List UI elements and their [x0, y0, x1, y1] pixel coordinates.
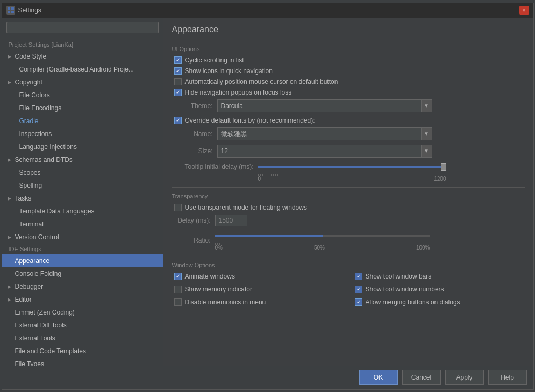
tick [224, 243, 224, 245]
checkbox-show-tool-bars[interactable]: ✓ [355, 273, 362, 280]
checkbox-cyclic-scroll[interactable]: ✓ [174, 56, 182, 64]
main-content: Project Settings [LianKa] ▶ Code Style C… [2, 18, 533, 366]
sidebar-item-version-control[interactable]: ▶ Version Control [2, 231, 163, 244]
checkbox-tool-numbers[interactable]: ✓ [355, 286, 362, 293]
font-name-select-wrapper: 微软雅黑 ▼ [217, 127, 432, 140]
tick [267, 174, 267, 176]
option-auto-position: Automatically position mouse cursor on d… [172, 78, 525, 85]
sidebar-item-console-folding[interactable]: Console Folding [2, 267, 163, 280]
sidebar-item-file-encodings[interactable]: File Encodings [2, 102, 163, 115]
apply-button[interactable]: Apply [445, 370, 484, 385]
sidebar-item-gradle[interactable]: Gradle [2, 115, 163, 127]
ratio-slider-track [215, 231, 430, 241]
checkbox-allow-merging[interactable]: ✓ [355, 298, 362, 306]
content-area: Appearance UI Options ✓ Cyclic scrolling… [163, 18, 533, 366]
window-title: Settings [18, 6, 516, 14]
sidebar-item-emmet[interactable]: Emmet (Zen Coding) [2, 306, 163, 319]
content-scroll[interactable]: UI Options ✓ Cyclic scrolling in list ✓ … [163, 39, 533, 366]
sidebar-item-schemas[interactable]: ▶ Schemas and DTDs [2, 153, 163, 166]
sidebar-item-debugger[interactable]: ▶ Debugger [2, 280, 163, 293]
checkbox-override-fonts[interactable]: ✓ [174, 117, 182, 124]
font-size-select[interactable]: 12 [217, 145, 422, 158]
ide-section-header: IDE Settings [2, 244, 163, 254]
cancel-button[interactable]: Cancel [402, 370, 441, 385]
sidebar-item-editor[interactable]: ▶ Editor [2, 293, 163, 306]
sidebar-item-external-tools[interactable]: External Tools [2, 332, 163, 345]
theme-label: Theme: [174, 102, 217, 110]
ratio-slider-fill [215, 235, 323, 237]
tick [282, 174, 282, 176]
tooltip-slider-thumb[interactable] [441, 163, 446, 171]
sidebar-item-scopes[interactable]: Scopes [2, 166, 163, 179]
checkbox-show-icons[interactable]: ✓ [174, 67, 182, 75]
sidebar-item-spelling[interactable]: Spelling [2, 179, 163, 192]
expand-arrow-schemas: ▶ [6, 156, 13, 163]
sidebar-item-terminal[interactable]: Terminal [2, 218, 163, 231]
sidebar-item-external-diff[interactable]: External Diff Tools [2, 319, 163, 332]
checkbox-auto-position[interactable] [174, 78, 182, 85]
ratio-min-label: 0% [215, 245, 223, 251]
font-name-label: Name: [174, 130, 217, 138]
font-size-select-wrapper: 12 ▼ [217, 145, 432, 158]
tick [262, 174, 263, 176]
label-show-tool-bars: Show tool window bars [366, 273, 432, 280]
window-icon [6, 6, 15, 15]
theme-select-arrow: ▼ [422, 99, 432, 112]
bottom-bar: OK Cancel Apply Help [2, 366, 533, 389]
label-tool-numbers: Show tool window numbers [366, 286, 444, 293]
tooltip-slider-track [258, 162, 446, 173]
label-transparent: Use transparent mode for floating window… [185, 204, 307, 211]
section-divider-window [172, 256, 525, 256]
sidebar-item-copyright[interactable]: ▶ Copyright [2, 76, 163, 89]
tooltip-slider-row: Tooltip initial delay (ms): [172, 162, 525, 182]
sidebar-item-file-types[interactable]: File Types [2, 358, 163, 366]
sidebar-item-template-data[interactable]: Template Data Languages [2, 205, 163, 218]
expand-arrow-editor: ▶ [6, 296, 13, 303]
label-hide-nav: Hide navigation popups on focus loss [185, 89, 292, 96]
tick [273, 174, 274, 176]
label-allow-merging: Allow merging buttons on dialogs [366, 298, 460, 306]
font-name-row: Name: 微软雅黑 ▼ [172, 127, 525, 140]
sidebar-item-file-code-templates[interactable]: File and Code Templates [2, 345, 163, 358]
sidebar-item-code-style[interactable]: ▶ Code Style [2, 50, 163, 63]
checkbox-hide-nav[interactable]: ✓ [174, 89, 182, 96]
ratio-max-label: 100% [416, 245, 430, 251]
font-size-arrow: ▼ [422, 145, 432, 158]
expand-arrow-code-style: ▶ [6, 53, 13, 60]
window-options-section-title: Window Options [172, 262, 525, 268]
label-disable-mnemonics: Disable mnemonics in menu [185, 298, 266, 306]
checkbox-memory[interactable] [174, 286, 182, 293]
sidebar-item-inspections[interactable]: Inspections [2, 127, 163, 140]
theme-select[interactable]: Darcula [217, 99, 422, 112]
help-button[interactable]: Help [488, 370, 527, 385]
expand-arrow-copyright: ▶ [6, 79, 13, 85]
close-button[interactable]: × [519, 6, 529, 15]
delay-input[interactable] [215, 215, 247, 226]
section-divider-transparency [172, 187, 525, 188]
checkbox-animate[interactable]: ✓ [174, 273, 182, 280]
font-size-label: Size: [174, 147, 217, 155]
title-bar: Settings × [2, 3, 533, 18]
svg-rect-0 [8, 7, 10, 10]
expand-arrow-tasks: ▶ [6, 195, 13, 202]
ratio-slider-container: 0% 50% 100% [215, 231, 430, 251]
label-animate: Animate windows [185, 273, 235, 280]
checkbox-disable-mnemonics[interactable] [174, 298, 182, 306]
search-input[interactable] [6, 22, 159, 33]
checkbox-transparent[interactable] [174, 204, 182, 211]
sidebar-item-compiler[interactable]: Compiler (Gradle-based Android Proje... [2, 63, 163, 76]
option-tool-numbers: ✓ Show tool window numbers [353, 286, 525, 293]
ok-button[interactable]: OK [359, 370, 398, 385]
sidebar-item-file-colors[interactable]: File Colors [2, 89, 163, 102]
font-name-select[interactable]: 微软雅黑 [217, 127, 422, 140]
sidebar-item-language-injections[interactable]: Language Injections [2, 140, 163, 153]
sidebar-item-tasks[interactable]: ▶ Tasks [2, 192, 163, 205]
tick [280, 174, 280, 176]
theme-select-wrapper: Darcula ▼ [217, 99, 432, 112]
option-cyclic-scroll: ✓ Cyclic scrolling in list [172, 56, 525, 64]
ratio-row: Ratio: [172, 231, 525, 251]
ratio-slider-bg [215, 235, 430, 237]
tick [265, 174, 265, 176]
sidebar-item-appearance[interactable]: Appearance [2, 254, 163, 267]
theme-row: Theme: Darcula ▼ [172, 99, 525, 112]
